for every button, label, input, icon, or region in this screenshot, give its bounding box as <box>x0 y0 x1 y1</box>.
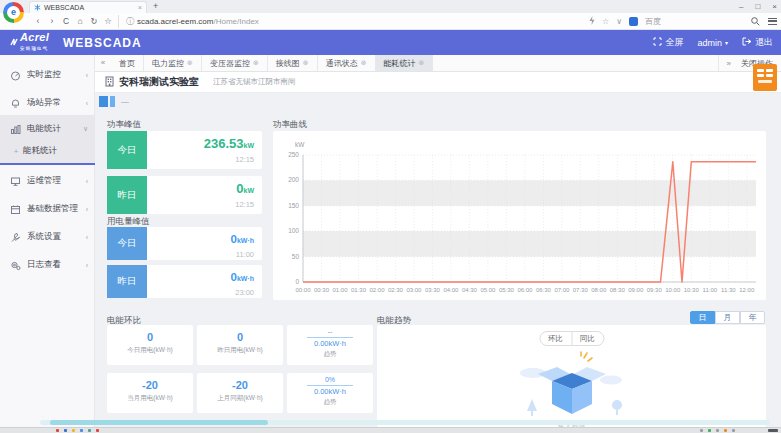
compare-card-lastmonth-usage: -20 上月同期(kW·h) <box>197 373 283 413</box>
logout-button[interactable]: 退出 <box>742 36 773 49</box>
trend-amount: 0.00kW·h <box>287 387 373 396</box>
energy-trend-card: 环比 同比 <box>377 325 766 427</box>
browser-tab-title: WEBSCADA <box>44 4 138 11</box>
power-unit: kW <box>244 187 255 194</box>
tab-close-icon[interactable]: ⊗ <box>187 59 193 67</box>
building-icon <box>105 73 114 91</box>
chevron-icon: ‹ <box>86 262 88 269</box>
quick-panel-button[interactable] <box>753 64 777 91</box>
baidu-bookmark-label[interactable]: 百度 <box>645 16 661 27</box>
restore-icon[interactable]: ↻ <box>88 13 100 29</box>
tabs-collapse-icon[interactable]: « <box>95 55 111 71</box>
svg-text:06:30: 06:30 <box>536 287 552 293</box>
tab-power-monitor[interactable]: 电力监控⊗ <box>144 55 202 71</box>
tab-comm-status[interactable]: 通讯状态⊗ <box>318 55 376 71</box>
wrench-icon <box>10 232 22 243</box>
svg-text:0: 0 <box>295 278 299 285</box>
sidebar-item-label: 运维管理 <box>27 175 86 187</box>
range-button-month[interactable]: 月 <box>715 311 740 324</box>
gauge-icon <box>10 70 22 81</box>
sidebar-subitem-energy-consumption[interactable]: + 能耗统计 <box>0 141 95 161</box>
home-icon[interactable]: ⌂ <box>74 13 86 29</box>
sidebar-item-station-abnormal[interactable]: 场站异常 ‹ <box>0 91 95 115</box>
sidebar-item-operations[interactable]: 运维管理 ‹ <box>0 169 95 193</box>
fullscreen-button[interactable]: 全屏 <box>653 36 683 49</box>
svg-text:09:30: 09:30 <box>647 287 663 293</box>
main-area: « 首页 电力监控⊗ 变压器监控⊗ 接线图⊗ 通讯状态⊗ 能耗统计⊗ » 关闭操… <box>95 55 781 427</box>
browser-tab[interactable]: WEBSCADA × <box>29 1 147 13</box>
back-icon[interactable]: ‹ <box>32 13 44 29</box>
tab-home[interactable]: 首页 <box>111 55 144 71</box>
sidebar-item-label: 实时监控 <box>27 69 86 81</box>
svg-text:07:00: 07:00 <box>554 287 570 293</box>
range-button-day[interactable]: 日 <box>690 311 715 324</box>
compare-label: 上月同期(kW·h) <box>197 394 283 403</box>
svg-text:11:00: 11:00 <box>703 287 718 293</box>
chevron-icon: ‹ <box>86 178 88 185</box>
power-value: 0 <box>236 181 243 196</box>
svg-text:00:30: 00:30 <box>314 287 330 293</box>
forward-icon[interactable]: › <box>46 13 58 29</box>
selector-block-primary[interactable] <box>99 96 108 107</box>
station-row: 安科瑞测试实验室 江苏省无锡市江阴市南闸 <box>95 72 781 93</box>
browser-tab-strip: e WEBSCADA × + – □ × <box>0 0 781 13</box>
svg-text:150: 150 <box>288 202 299 209</box>
tab-close-icon[interactable]: ⊗ <box>361 59 367 67</box>
window-close-button[interactable]: × <box>772 0 777 13</box>
compare-label: 趋势 <box>287 350 373 359</box>
sidebar-item-log-view[interactable]: 日志查看 ‹ <box>0 253 95 277</box>
search-icon[interactable] <box>751 12 760 30</box>
power-curve-chart-card: 050100150200250kW00:0000:3001:0001:3002:… <box>273 131 766 300</box>
caret-down-icon[interactable]: ∨ <box>616 17 622 26</box>
user-menu[interactable]: admin▾ <box>697 38 728 48</box>
tabs-expand-icon[interactable]: » <box>727 59 731 68</box>
svg-text:07:30: 07:30 <box>573 287 589 293</box>
browser-logo-icon[interactable]: e <box>3 2 24 23</box>
new-tab-button[interactable]: + <box>153 0 158 13</box>
energy-peak-card-yesterday: 昨日 0kW·h 23:00 <box>107 265 262 298</box>
selector-block-secondary[interactable] <box>110 96 115 107</box>
tree-marker-icon: + <box>14 148 18 155</box>
sidebar-item-realtime-monitor[interactable]: 实时监控 ‹ <box>0 63 95 87</box>
menu-icon[interactable] <box>768 18 777 25</box>
scrollbar-thumb[interactable] <box>50 420 268 425</box>
peak-time: 12:15 <box>147 155 254 164</box>
address-bar[interactable]: ⓘscada.acrel-eem.com/Home/Index <box>118 15 548 28</box>
flash-icon[interactable] <box>589 16 595 27</box>
tab-close-icon[interactable]: ⊗ <box>303 59 309 67</box>
tab-energy-statistics[interactable]: 能耗统计⊗ <box>376 55 434 71</box>
svg-text:05:30: 05:30 <box>499 287 515 293</box>
sidebar-item-label: 基础数据管理 <box>27 203 86 215</box>
site-info-icon[interactable]: ⓘ <box>126 17 134 26</box>
tab-close-icon[interactable]: ⊗ <box>419 59 425 67</box>
energy-unit: kW·h <box>237 275 254 282</box>
compare-value: 0 <box>107 331 193 343</box>
product-name: WEBSCADA <box>63 36 142 50</box>
tab-transformer-monitor[interactable]: 变压器监控⊗ <box>202 55 268 71</box>
tab-close-icon[interactable]: × <box>138 4 142 11</box>
compare-label: 今日用电(kW·h) <box>107 346 193 355</box>
fraction-rule <box>307 337 353 338</box>
tab-close-icon[interactable]: ⊗ <box>253 59 259 67</box>
baidu-logo-icon[interactable] <box>629 17 638 26</box>
svg-text:05:00: 05:00 <box>480 287 496 293</box>
trend-percent: -- <box>287 328 373 336</box>
sidebar-item-basic-data[interactable]: 基础数据管理 ‹ <box>0 197 95 221</box>
workspace: 实时监控 ‹ 场站异常 ‹ 电能统计 ∨ + 能耗统计 运维管理 ‹ <box>0 55 781 427</box>
toggle-year-compare[interactable]: 同比 <box>571 332 603 345</box>
period-badge: 昨日 <box>107 265 147 298</box>
taskbar[interactable] <box>0 427 781 433</box>
bookmark-star-icon[interactable]: ☆ <box>602 17 609 26</box>
sidebar-item-label: 日志查看 <box>27 259 86 271</box>
tab-wiring-diagram[interactable]: 接线图⊗ <box>268 55 318 71</box>
document-tab-bar: « 首页 电力监控⊗ 变压器监控⊗ 接线图⊗ 通讯状态⊗ 能耗统计⊗ » 关闭操… <box>95 55 781 72</box>
svg-text:100: 100 <box>288 227 299 234</box>
browser-nav-bar: ‹ › C ⌂ ↻ ☆ ⓘscada.acrel-eem.com/Home/In… <box>0 13 781 30</box>
range-button-year[interactable]: 年 <box>740 311 765 324</box>
sidebar-item-system-settings[interactable]: 系统设置 ‹ <box>0 225 95 249</box>
refresh-icon[interactable]: C <box>60 13 72 29</box>
favorite-icon[interactable]: ☆ <box>102 13 114 29</box>
sidebar-item-energy-statistics[interactable]: 电能统计 ∨ <box>0 117 95 141</box>
toggle-ring-compare[interactable]: 环比 <box>540 332 571 345</box>
window-minimize-button[interactable]: – <box>739 0 743 13</box>
